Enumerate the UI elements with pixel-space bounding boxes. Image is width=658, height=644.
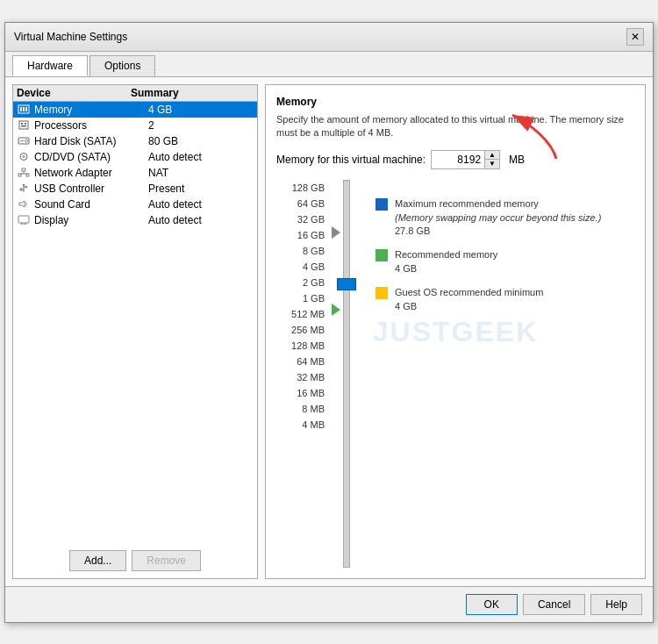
- legend-max-memory: Maximum recommended memory (Memory swapp…: [375, 197, 634, 238]
- svg-rect-4: [19, 121, 28, 129]
- memory-decrement-button[interactable]: ▼: [485, 160, 499, 168]
- col-header-summary: Summary: [131, 87, 254, 99]
- tab-hardware[interactable]: Hardware: [12, 55, 88, 76]
- tab-options[interactable]: Options: [89, 55, 155, 76]
- guest-os-color: [375, 287, 388, 299]
- device-summary: Auto detect: [148, 151, 254, 163]
- recommended-label: Recommended memory: [395, 248, 497, 261]
- memory-increment-button[interactable]: ▲: [485, 151, 499, 160]
- label-512mb: 512 MB: [291, 306, 325, 322]
- max-memory-label: Maximum recommended memory: [395, 197, 601, 211]
- device-summary: Auto detect: [148, 198, 254, 211]
- close-button[interactable]: ✕: [626, 28, 644, 46]
- memory-icon: [17, 104, 31, 115]
- slider-track[interactable]: [343, 180, 350, 567]
- label-64mb: 64 MB: [297, 354, 325, 369]
- memory-value-input[interactable]: [432, 152, 484, 168]
- label-256mb: 256 MB: [291, 322, 325, 338]
- device-name: Hard Disk (SATA): [34, 135, 148, 147]
- device-name: Network Adapter: [34, 167, 148, 179]
- svg-rect-1: [20, 107, 22, 111]
- table-header: Device Summary: [13, 85, 257, 102]
- legend-area: Maximum recommended memory (Memory swapp…: [368, 180, 634, 567]
- add-button[interactable]: Add...: [69, 550, 126, 571]
- device-summary: 4 GB: [148, 104, 254, 116]
- table-row[interactable]: Hard Disk (SATA) 80 GB: [13, 133, 257, 149]
- hdd-icon: [17, 136, 31, 147]
- table-row[interactable]: Sound Card Auto detect: [13, 197, 257, 212]
- label-4mb: 4 MB: [302, 417, 325, 433]
- svg-marker-25: [19, 201, 25, 207]
- device-name: Display: [34, 214, 148, 226]
- max-memory-sub: (Memory swapping may occur beyond this s…: [395, 211, 601, 225]
- sound-icon: [17, 199, 31, 210]
- slider-thumb[interactable]: [337, 278, 356, 290]
- max-memory-value: 27.8 GB: [395, 225, 601, 238]
- label-16gb: 16 GB: [297, 227, 325, 243]
- device-summary: 2: [148, 119, 254, 132]
- device-summary: Auto detect: [148, 214, 254, 226]
- right-panel-inner: JUSTGEEK Memory Specify the amount of me…: [276, 96, 634, 568]
- device-summary: 80 GB: [148, 135, 254, 147]
- svg-rect-3: [25, 107, 27, 111]
- svg-rect-5: [21, 123, 23, 125]
- device-name: Memory: [34, 104, 148, 116]
- label-1gb: 1 GB: [303, 290, 325, 306]
- table-row[interactable]: USB Controller Present: [13, 181, 257, 197]
- display-icon: [17, 215, 31, 225]
- table-footer: Add... Remove: [13, 543, 257, 578]
- recommended-memory-marker: [332, 304, 340, 316]
- legend-guest-os: Guest OS recommended minimum 4 GB: [375, 286, 634, 313]
- cancel-button[interactable]: Cancel: [523, 594, 585, 615]
- label-128gb: 128 GB: [292, 180, 325, 196]
- legend-recommended: Recommended memory 4 GB: [375, 248, 634, 275]
- slider-track-container: [333, 180, 360, 567]
- network-icon: [17, 168, 31, 178]
- label-64gb: 64 GB: [297, 196, 325, 211]
- svg-point-12: [23, 155, 25, 157]
- guest-os-label: Guest OS recommended minimum: [395, 286, 543, 299]
- memory-label: Memory for this virtual machine:: [276, 154, 426, 166]
- label-16mb: 16 MB: [297, 385, 325, 401]
- device-summary: NAT: [148, 167, 254, 179]
- main-content: Device Summary Memory 4 GB Processors 2: [5, 77, 653, 586]
- max-memory-text: Maximum recommended memory (Memory swapp…: [395, 197, 601, 238]
- device-summary: Present: [148, 182, 254, 195]
- guest-os-text: Guest OS recommended minimum 4 GB: [395, 286, 543, 313]
- svg-rect-7: [21, 125, 26, 127]
- label-8gb: 8 GB: [303, 243, 325, 259]
- svg-point-9: [25, 140, 28, 142]
- section-title: Memory: [276, 96, 634, 108]
- svg-rect-26: [18, 216, 29, 223]
- recommended-text: Recommended memory 4 GB: [395, 248, 497, 275]
- device-name: USB Controller: [34, 182, 148, 195]
- memory-input-row: Memory for this virtual machine: ▲ ▼ MB: [276, 150, 634, 169]
- svg-rect-13: [22, 168, 25, 171]
- table-row[interactable]: Display Auto detect: [13, 212, 257, 228]
- label-32gb: 32 GB: [297, 211, 325, 227]
- table-row[interactable]: CD/DVD (SATA) Auto detect: [13, 149, 257, 165]
- svg-marker-24: [23, 184, 25, 186]
- label-4gb: 4 GB: [303, 259, 325, 275]
- svg-rect-2: [23, 107, 25, 111]
- window-title: Virtual Machine Settings: [14, 31, 127, 43]
- memory-spinner: ▲ ▼: [484, 151, 499, 168]
- svg-point-11: [20, 154, 27, 161]
- tab-bar: Hardware Options: [5, 52, 653, 77]
- remove-button[interactable]: Remove: [132, 550, 201, 571]
- label-128mb: 128 MB: [291, 338, 325, 354]
- memory-unit: MB: [509, 154, 525, 166]
- memory-input-wrap: ▲ ▼: [431, 150, 500, 169]
- svg-rect-14: [18, 174, 21, 176]
- svg-rect-6: [25, 123, 26, 125]
- help-button[interactable]: Help: [590, 594, 642, 615]
- table-row[interactable]: Network Adapter NAT: [13, 165, 257, 181]
- table-row[interactable]: Memory 4 GB: [13, 102, 257, 118]
- device-table-panel: Device Summary Memory 4 GB Processors 2: [12, 84, 258, 579]
- device-name: Sound Card: [34, 198, 148, 211]
- recommended-color: [375, 249, 388, 261]
- ok-button[interactable]: OK: [466, 594, 518, 615]
- table-row[interactable]: Processors 2: [13, 118, 257, 133]
- virtual-machine-settings-window: Virtual Machine Settings ✕ Hardware Opti…: [4, 22, 654, 623]
- bottom-bar: OK Cancel Help: [5, 586, 653, 622]
